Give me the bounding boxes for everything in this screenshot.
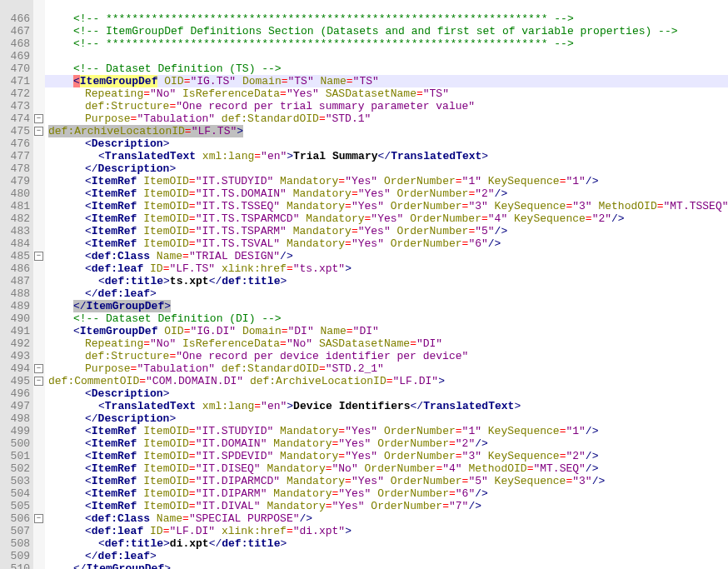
line-number: 476 bbox=[5, 137, 30, 150]
code-line[interactable]: <Description> bbox=[45, 137, 728, 150]
line-number: 478 bbox=[5, 162, 30, 175]
line-number: 481 bbox=[5, 200, 30, 212]
code-line[interactable]: <ItemGroupDef OID="IG.TS" Domain="TS" Na… bbox=[45, 75, 728, 87]
code-line[interactable]: <TranslatedText xml:lang="en">Trial Summ… bbox=[45, 150, 728, 162]
code-line[interactable]: def:Structure="One record per device ide… bbox=[45, 350, 728, 362]
fold-column[interactable]: −−−−−− bbox=[33, 0, 45, 569]
line-number: 468 bbox=[5, 37, 30, 50]
line-number: 487 bbox=[5, 275, 30, 287]
code-line[interactable]: <def:Class Name="SPECIAL PURPOSE"/> bbox=[45, 512, 728, 525]
code-line[interactable]: <!-- Dataset Definition (TS) --> bbox=[45, 62, 728, 75]
code-line[interactable]: <ItemRef ItemOID="IT.TS.TSSEQ" Mandatory… bbox=[45, 200, 728, 212]
code-line[interactable]: Repeating="No" IsReferenceData="No" SASD… bbox=[45, 337, 728, 350]
fold-toggle[interactable]: − bbox=[34, 252, 43, 261]
fold-toggle[interactable]: − bbox=[34, 127, 43, 136]
code-line[interactable]: <ItemRef ItemOID="IT.STUDYID" Mandatory=… bbox=[45, 425, 728, 437]
line-number: 474 bbox=[5, 112, 30, 125]
line-number: 488 bbox=[5, 287, 30, 300]
code-line[interactable]: <ItemRef ItemOID="IT.STUDYID" Mandatory=… bbox=[45, 175, 728, 187]
line-number: 477 bbox=[5, 150, 30, 162]
line-number: 483 bbox=[5, 225, 30, 237]
code-line[interactable]: <ItemRef ItemOID="IT.TS.DOMAIN" Mandator… bbox=[45, 187, 728, 200]
line-number: 505 bbox=[5, 500, 30, 512]
line-number: 497 bbox=[5, 400, 30, 412]
fold-toggle[interactable]: − bbox=[34, 364, 43, 373]
code-line[interactable]: <!-- Dataset Definition (DI) --> bbox=[45, 312, 728, 325]
line-number: 490 bbox=[5, 312, 30, 325]
code-line[interactable] bbox=[45, 50, 728, 62]
line-number: 510 bbox=[5, 562, 30, 569]
line-number: 502 bbox=[5, 462, 30, 475]
code-line[interactable]: <ItemRef ItemOID="IT.DOMAIN" Mandatory="… bbox=[45, 437, 728, 450]
line-number: 467 bbox=[5, 25, 30, 37]
line-number: 500 bbox=[5, 437, 30, 450]
line-number: 482 bbox=[5, 212, 30, 225]
line-number: 495 bbox=[5, 375, 30, 387]
code-line[interactable]: <def:Class Name="TRIAL DESIGN"/> bbox=[45, 250, 728, 262]
code-line[interactable]: </def:leaf> bbox=[45, 287, 728, 300]
code-line[interactable]: </def:leaf> bbox=[45, 550, 728, 562]
line-number: 480 bbox=[5, 187, 30, 200]
code-line[interactable]: <ItemRef ItemOID="IT.DIVAL" Mandatory="Y… bbox=[45, 500, 728, 512]
code-line[interactable]: <ItemRef ItemOID="IT.DIPARMCD" Mandatory… bbox=[45, 475, 728, 487]
fold-toggle[interactable]: − bbox=[34, 377, 43, 386]
line-number: 496 bbox=[5, 387, 30, 400]
line-number: 503 bbox=[5, 475, 30, 487]
code-line[interactable]: <def:leaf ID="LF.DI" xlink:href="di.xpt"… bbox=[45, 525, 728, 537]
code-line[interactable]: <def:title>di.xpt</def:title> bbox=[45, 537, 728, 550]
line-number: 507 bbox=[5, 525, 30, 537]
line-number: 470 bbox=[5, 62, 30, 75]
line-number: 472 bbox=[5, 87, 30, 100]
code-line[interactable]: </ItemGroupDef> bbox=[45, 300, 728, 312]
code-area[interactable]: <!-- ***********************************… bbox=[45, 0, 728, 569]
line-number: 484 bbox=[5, 237, 30, 250]
line-number: 471 bbox=[5, 75, 30, 87]
code-line[interactable] bbox=[45, 0, 728, 12]
code-editor[interactable]: 4664674684694704714724734744754764774784… bbox=[0, 0, 728, 569]
code-line[interactable]: <ItemGroupDef OID="IG.DI" Domain="DI" Na… bbox=[45, 325, 728, 337]
line-number: 492 bbox=[5, 337, 30, 350]
code-line[interactable]: <ItemRef ItemOID="IT.DIPARM" Mandatory="… bbox=[45, 487, 728, 500]
code-line[interactable]: def:ArchiveLocationID="LF.TS"> bbox=[45, 125, 728, 137]
code-line[interactable]: <def:leaf ID="LF.TS" xlink:href="ts.xpt"… bbox=[45, 262, 728, 275]
code-line[interactable]: <TranslatedText xml:lang="en">Device Ide… bbox=[45, 400, 728, 412]
line-number: 493 bbox=[5, 350, 30, 362]
code-line[interactable]: <ItemRef ItemOID="IT.TS.TSPARMCD" Mandat… bbox=[45, 212, 728, 225]
line-number: 508 bbox=[5, 537, 30, 550]
code-line[interactable]: <ItemRef ItemOID="IT.SPDEVID" Mandatory=… bbox=[45, 450, 728, 462]
code-line[interactable]: <Description> bbox=[45, 387, 728, 400]
code-line[interactable]: def:Structure="One record per trial summ… bbox=[45, 100, 728, 112]
code-line[interactable]: Purpose="Tabulation" def:StandardOID="ST… bbox=[45, 112, 728, 125]
line-number: 479 bbox=[5, 175, 30, 187]
code-line[interactable]: <!-- ***********************************… bbox=[45, 37, 728, 50]
code-line[interactable]: <ItemRef ItemOID="IT.DISEQ" Mandatory="N… bbox=[45, 462, 728, 475]
line-number: 506 bbox=[5, 512, 30, 525]
line-number: 498 bbox=[5, 412, 30, 425]
line-number: 473 bbox=[5, 100, 30, 112]
code-line[interactable]: <!-- ItemGroupDef Definitions Section (D… bbox=[45, 25, 728, 37]
line-number: 466 bbox=[5, 12, 30, 25]
code-line[interactable]: </ItemGroupDef> bbox=[45, 562, 728, 569]
line-number: 475 bbox=[5, 125, 30, 137]
code-line[interactable]: </Description> bbox=[45, 412, 728, 425]
code-line[interactable]: <ItemRef ItemOID="IT.TS.TSPARM" Mandator… bbox=[45, 225, 728, 237]
line-number: 486 bbox=[5, 262, 30, 275]
line-number: 469 bbox=[5, 50, 30, 62]
code-line[interactable]: def:CommentOID="COM.DOMAIN.DI" def:Archi… bbox=[45, 375, 728, 387]
fold-toggle[interactable]: − bbox=[34, 114, 43, 123]
code-line[interactable]: <ItemRef ItemOID="IT.TS.TSVAL" Mandatory… bbox=[45, 237, 728, 250]
line-number-gutter: 4664674684694704714724734744754764774784… bbox=[0, 0, 33, 569]
line-number: 499 bbox=[5, 425, 30, 437]
code-line[interactable]: <def:title>ts.xpt</def:title> bbox=[45, 275, 728, 287]
line-number: 489 bbox=[5, 300, 30, 312]
line-number: 504 bbox=[5, 487, 30, 500]
code-line[interactable]: Repeating="No" IsReferenceData="Yes" SAS… bbox=[45, 87, 728, 100]
line-number: 485 bbox=[5, 250, 30, 262]
line-number: 494 bbox=[5, 362, 30, 375]
code-line[interactable]: </Description> bbox=[45, 162, 728, 175]
line-number: 509 bbox=[5, 550, 30, 562]
fold-toggle[interactable]: − bbox=[34, 514, 43, 523]
code-line[interactable]: Purpose="Tabulation" def:StandardOID="ST… bbox=[45, 362, 728, 375]
line-number bbox=[5, 0, 30, 12]
code-line[interactable]: <!-- ***********************************… bbox=[45, 12, 728, 25]
